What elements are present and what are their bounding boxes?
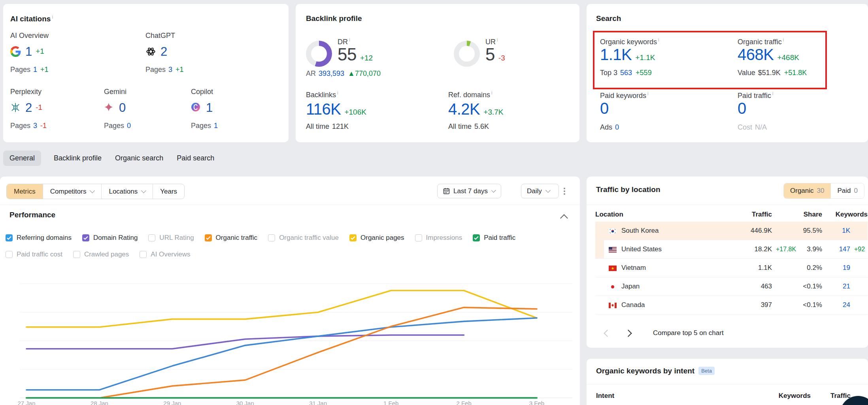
info-icon[interactable]: i [772, 91, 774, 96]
checkbox-organic-traffic[interactable]: Organic traffic [205, 234, 258, 242]
keywords-link[interactable]: 1K [822, 227, 850, 235]
checkbox-label: URL Rating [159, 234, 194, 242]
unchecked-checkbox-icon [268, 234, 275, 241]
info-icon[interactable]: i [783, 37, 784, 43]
ai-citation-count[interactable]: 1 [191, 99, 213, 116]
share-value: 0.2% [796, 264, 822, 272]
ai-pages-row: Pages0 [104, 122, 131, 130]
pages-value[interactable]: 1 [214, 122, 218, 130]
ai-block-chatgpt: ChatGPT2Pages3+1 [145, 32, 236, 40]
ai-pages-row: Pages1+1 [10, 66, 49, 74]
ai-block-gemini: Gemini0Pages0 [104, 88, 195, 96]
ads-link[interactable]: 0 [615, 123, 619, 131]
checkbox-url-rating[interactable]: URL Rating [148, 234, 194, 242]
x-axis-tick-label: 27 Jan [14, 400, 39, 405]
pages-label: Pages [145, 66, 166, 73]
location-name: Japan [621, 283, 640, 290]
ai-citation-count[interactable]: 0 [104, 99, 126, 116]
location-name: United States [621, 245, 662, 253]
info-icon[interactable]: i [337, 90, 338, 96]
col-traffic[interactable]: Traffic [725, 211, 772, 219]
organic-traffic-value[interactable]: 468K+468K [738, 47, 799, 62]
ai-citation-delta: +1 [36, 47, 44, 56]
location-row-vn[interactable]: Vietnam1.1K0.2%19 [595, 259, 868, 277]
checkbox-organic-pages[interactable]: Organic pages [349, 234, 404, 242]
filter-metrics-button[interactable]: Metrics [7, 184, 43, 199]
col-share[interactable]: Share [796, 211, 822, 219]
collapse-section-icon[interactable] [560, 214, 568, 222]
col-location[interactable]: Location [595, 211, 725, 219]
keywords-link[interactable]: 19 [822, 264, 850, 272]
divider [587, 384, 868, 384]
info-icon[interactable]: i [497, 37, 498, 43]
pages-value[interactable]: 0 [127, 122, 131, 130]
toggle-paid[interactable]: Paid0 [830, 183, 864, 198]
next-page-icon[interactable] [625, 330, 632, 337]
info-icon[interactable]: i [349, 37, 350, 43]
top3-link[interactable]: 563 [620, 69, 632, 77]
tab-backlink-profile[interactable]: Backlink profile [53, 151, 102, 166]
performance-line-chart[interactable] [20, 255, 573, 405]
tab-paid-search[interactable]: Paid search [176, 151, 215, 166]
paid-keywords-value[interactable]: 0 [600, 100, 609, 116]
divider [0, 205, 580, 205]
ar-row: AR393,593▲770,070 [306, 70, 381, 78]
col-keywords[interactable]: Keywords [822, 211, 868, 219]
traffic-delta: +17.8K [772, 246, 796, 253]
filter-years-button[interactable]: Years [153, 184, 184, 199]
ai-pages-row: Pages3-1 [10, 122, 47, 130]
checkbox-referring-domains[interactable]: Referring domains [6, 234, 72, 242]
col-intent[interactable]: Intent [596, 392, 763, 400]
paid-traffic-value[interactable]: 0 [738, 100, 746, 116]
location-row-us[interactable]: United States18.2K+17.8K3.9%147+92 [595, 240, 868, 259]
granularity-button[interactable]: Daily [521, 184, 559, 198]
ai-citation-count[interactable]: 2-1 [10, 99, 42, 116]
compare-top5-link[interactable]: Compare top 5 on chart [653, 329, 724, 337]
organic-keywords-value[interactable]: 1.1K+1.1K [600, 47, 655, 62]
checkbox-paid-traffic[interactable]: Paid traffic [473, 234, 515, 242]
checkbox-organic-traffic-value[interactable]: Organic traffic value [268, 234, 339, 242]
checkbox-domain-rating[interactable]: Domain Rating [82, 234, 138, 242]
info-icon[interactable]: i [52, 14, 53, 20]
location-row-ca[interactable]: Canada397<0.1%24 [595, 296, 868, 315]
ref-domains-value[interactable]: 4.2K+3.7K [448, 101, 503, 117]
backlinks-label: Backlinksi [306, 90, 338, 99]
toggle-organic[interactable]: Organic30 [784, 183, 830, 198]
location-row-jp[interactable]: Japan463<0.1%21 [595, 277, 868, 296]
more-options-icon[interactable] [563, 187, 566, 196]
info-icon[interactable]: i [658, 37, 659, 43]
date-range-button[interactable]: Last 7 days [437, 184, 501, 198]
location-row-kr[interactable]: South Korea446.9K95.5%1K [595, 222, 868, 240]
keywords-link[interactable]: 147 [822, 245, 850, 253]
col-intent-keywords[interactable]: Keywords [763, 392, 811, 400]
ai-citation-delta: -1 [36, 103, 42, 112]
report-tabs: General Backlink profile Organic search … [0, 140, 868, 177]
checked-checkbox-icon [82, 234, 89, 241]
keywords-link[interactable]: 24 [822, 301, 850, 309]
organic-traffic-delta: +468K [777, 53, 799, 62]
checked-checkbox-icon [6, 234, 13, 241]
filter-competitors-button[interactable]: Competitors [43, 184, 102, 199]
filter-locations-button[interactable]: Locations [102, 184, 153, 199]
location-name: South Korea [621, 227, 659, 235]
tab-general[interactable]: General [3, 151, 41, 166]
ai-citation-count[interactable]: 2 [145, 43, 167, 60]
pages-value[interactable]: 3 [33, 122, 37, 130]
share-value: <0.1% [796, 283, 822, 290]
checkbox-label: Paid traffic [484, 234, 515, 242]
info-icon[interactable]: i [647, 91, 649, 96]
info-icon[interactable]: i [491, 90, 492, 96]
prev-page-icon[interactable] [604, 330, 611, 337]
checkbox-impressions[interactable]: Impressions [415, 234, 462, 242]
backlinks-value[interactable]: 116K+106K [306, 101, 366, 117]
pages-value[interactable]: 3 [168, 66, 172, 73]
traffic-by-location-panel: Traffic by location Organic30 Paid0 Loca… [587, 177, 868, 348]
keywords-link[interactable]: 21 [822, 283, 850, 290]
tab-organic-search[interactable]: Organic search [114, 151, 164, 166]
gemini-icon [104, 102, 115, 113]
ar-value-link[interactable]: 393,593 [319, 70, 344, 77]
pages-value[interactable]: 1 [33, 66, 37, 73]
col-intent-traffic[interactable]: Traffic [811, 392, 851, 400]
ai-citation-count[interactable]: 1+1 [10, 43, 44, 60]
organic-keywords-label: Organic keywordsi [600, 37, 659, 46]
